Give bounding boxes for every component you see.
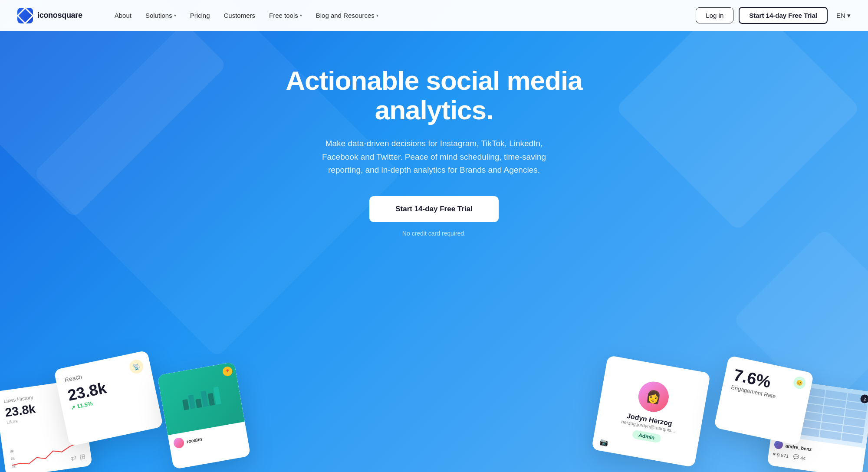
post-image [157,362,245,435]
engagement-rate-label: Engagement Rate [730,384,800,405]
signal-icon: 📡 [128,358,145,375]
photo-likes: ♥ 9,871 [773,451,789,459]
post-bar-graph [181,387,221,410]
nav-customers[interactable]: Customers [218,8,262,23]
photo-image: 2 [771,379,868,448]
card-user-profile: 👩 Jodyn Herzog herzog.jordyn@marquis... … [592,355,711,467]
bar-1 [182,399,189,410]
card-likes-history: Likes History 23.8k Likes 8k 6k 4k ⊞ ⇄ [0,380,92,472]
likes-sub-label: Likes [6,410,77,425]
nav-links: About Solutions ▾ Pricing Customers Free… [108,8,696,23]
user-email: herzog.jordyn@marquis... [621,419,676,434]
engagement-rate-value: 7.6% [732,366,803,398]
user-avatar: 👩 [636,379,671,414]
user-name: Jodyn Herzog [626,412,673,428]
hero-title: Actionable social media analytics. [282,66,586,125]
instagram-icon: 📷 [599,437,609,447]
logo-icon [17,8,33,23]
hero-subtitle: Make data-driven decisions for Instagram… [308,137,560,177]
arrows-icon: ⇄ [70,453,77,462]
building-graphic [771,379,868,448]
likes-number: 23.8k [4,396,77,420]
chevron-down-icon: ▾ [376,13,378,18]
comment-icon: 💬 [793,454,800,460]
post-username: roealin [186,436,203,444]
post-body: roealin [168,422,248,454]
photo-user-row: andre_benz [774,440,861,461]
nav-free-tools[interactable]: Free tools ▾ [263,8,308,23]
reach-number: 23.8k [66,370,146,405]
smiley-icon: 😊 [792,376,807,390]
hero-cards: Likes History 23.8k Likes 8k 6k 4k ⊞ ⇄ 📡… [0,290,868,472]
photo-comments: 💬 44 [793,454,806,461]
post-user: roealin [173,427,243,449]
nav-solutions[interactable]: Solutions ▾ [139,8,182,23]
card-photo-post: 2 andre_benz ♥ 9,871 💬 44 [767,379,868,472]
post-avatar [173,437,185,449]
bg-shape-4 [733,228,868,412]
bg-shape-3 [615,0,861,231]
hero-section: Actionable social media analytics. Make … [0,0,868,472]
grid-icon: ⊞ [79,452,86,461]
nav-pricing[interactable]: Pricing [184,8,216,23]
language-selector[interactable]: EN ▾ [836,12,851,20]
user-role-badge: Admin [632,430,661,443]
chevron-down-icon: ▾ [300,13,302,18]
no-credit-card-text: No credit card required. [282,230,586,237]
svg-text:8k: 8k [10,449,14,453]
photo-avatar [774,440,784,450]
navigation: iconosquare About Solutions ▾ Pricing Cu… [0,0,868,31]
svg-text:4k: 4k [12,464,16,469]
hero-cta-button[interactable]: Start 14-day Free Trial [369,196,499,222]
trial-button[interactable]: Start 14-day Free Trial [739,7,828,24]
photo-username: andre_benz [785,443,812,452]
reach-change: ↗ 11.5% [70,388,148,411]
bar-3 [195,399,202,408]
logo[interactable]: iconosquare [17,8,82,23]
nav-about[interactable]: About [108,8,138,23]
bar-6 [213,387,221,404]
photo-badge-count: 2 [860,394,868,404]
login-button[interactable]: Log in [696,7,733,23]
svg-text:6k: 6k [10,456,15,461]
likes-mini-chart: 8k 6k 4k [10,438,85,470]
photo-stats: ♥ 9,871 💬 44 [773,451,859,469]
heart-icon: ♥ [773,451,776,457]
photo-body: andre_benz ♥ 9,871 💬 44 [768,435,866,472]
nav-actions: Log in Start 14-day Free Trial EN ▾ [696,7,851,24]
nav-blog[interactable]: Blog and Resources ▾ [310,8,385,23]
logo-text: iconosquare [37,11,82,20]
hero-content: Actionable social media analytics. Make … [265,31,603,254]
likes-history-label: Likes History [3,388,74,404]
card-engagement-rate: 😊 7.6% Engagement Rate [714,355,814,446]
bar-5 [207,393,215,406]
location-icon: 📍 [222,366,233,377]
reach-label: Reach [64,361,141,384]
card-reach: 📡 Reach 23.8k ↗ 11.5% [54,350,164,446]
bar-4 [201,391,208,407]
bar-2 [188,395,195,410]
chevron-down-icon: ▾ [174,13,176,18]
bg-shape-1 [0,0,227,219]
card-post: roealin 📍 [157,362,250,469]
